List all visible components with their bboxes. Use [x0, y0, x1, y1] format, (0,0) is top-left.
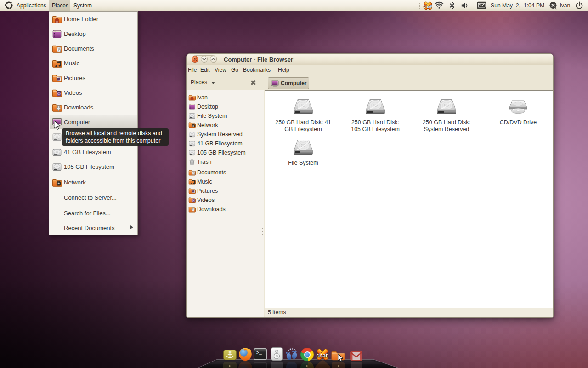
svg-text:chat: chat — [316, 352, 327, 359]
